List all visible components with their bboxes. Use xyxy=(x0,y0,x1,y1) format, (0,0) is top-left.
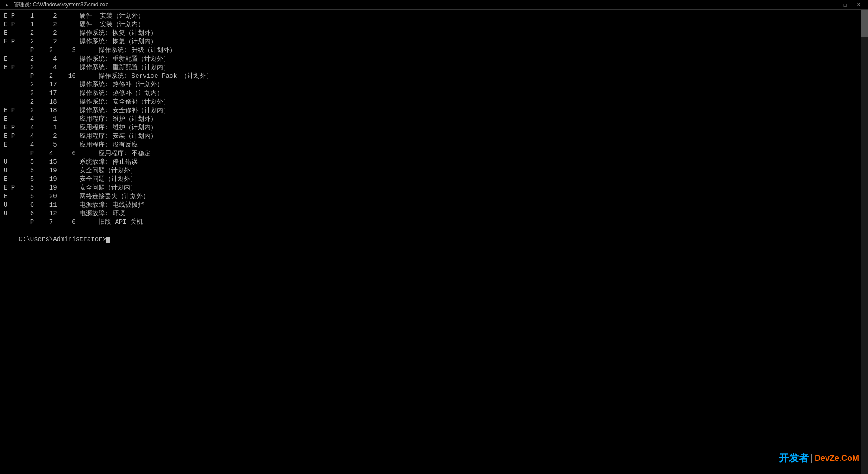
scrollbar-thumb[interactable] xyxy=(861,10,868,37)
terminal-line: E P 2 2 操作系统: 恢复（计划内） xyxy=(4,38,864,46)
terminal-line: 2 17 操作系统: 热修补（计划外） xyxy=(4,81,864,89)
terminal-line: U 5 19 安全问题（计划外） xyxy=(4,166,864,175)
watermark-text1: 开发者 xyxy=(779,451,809,465)
terminal-line: E 2 4 操作系统: 重新配置（计划外） xyxy=(4,55,864,63)
terminal-line: P 4 6 应用程序: 不稳定 xyxy=(4,149,864,158)
terminal-body[interactable]: E P 1 2 硬件: 安装（计划外）E P 1 2 硬件: 安装（计划内）E … xyxy=(0,10,868,474)
terminal-line: E P 4 2 应用程序: 安装（计划内） xyxy=(4,132,864,141)
scrollbar[interactable] xyxy=(861,10,868,474)
terminal-line: E P 4 1 应用程序: 维护（计划内） xyxy=(4,123,864,132)
watermark: 开发者 | DevZe.CoM xyxy=(779,451,859,465)
prompt-text: C:\Users\Administrator> xyxy=(19,236,106,243)
title-bar-controls: ─ □ ✕ xyxy=(826,1,864,9)
terminal-line: U 6 11 电源故障: 电线被拔掉 xyxy=(4,201,864,209)
terminal-line: U 5 15 系统故障: 停止错误 xyxy=(4,158,864,166)
terminal-line: E 2 2 操作系统: 恢复（计划外） xyxy=(4,29,864,38)
title-bar-text: 管理员: C:\Windows\system32\cmd.exe xyxy=(14,1,108,9)
terminal-line: E P 1 2 硬件: 安装（计划外） xyxy=(4,12,864,20)
watermark-divider: | xyxy=(809,453,815,464)
terminal-line: P 7 0 旧版 API 关机 xyxy=(4,218,864,227)
cursor xyxy=(106,237,110,243)
terminal-line: E 5 19 安全问题（计划外） xyxy=(4,175,864,184)
restore-button[interactable]: □ xyxy=(839,1,851,9)
terminal-line: E 4 1 应用程序: 维护（计划外） xyxy=(4,115,864,123)
terminal-output: E P 1 2 硬件: 安装（计划外）E P 1 2 硬件: 安装（计划内）E … xyxy=(4,12,864,227)
terminal-line: E P 2 4 操作系统: 重新配置（计划内） xyxy=(4,63,864,72)
terminal-line: E 5 20 网络连接丢失（计划外） xyxy=(4,192,864,201)
terminal-line: E 4 5 应用程序: 没有反应 xyxy=(4,141,864,149)
terminal-line: E P 2 18 操作系统: 安全修补（计划内） xyxy=(4,106,864,115)
close-button[interactable]: ✕ xyxy=(853,1,864,9)
terminal-line: 2 18 操作系统: 安全修补（计划外） xyxy=(4,98,864,106)
terminal-line: E P 5 19 安全问题（计划内） xyxy=(4,184,864,192)
watermark-text2: DevZe.CoM xyxy=(815,454,859,463)
prompt-line: C:\Users\Administrator> xyxy=(4,227,864,252)
title-bar-left: ▶ 管理员: C:\Windows\system32\cmd.exe xyxy=(4,1,108,9)
terminal-line: P 2 3 操作系统: 升级（计划外） xyxy=(4,46,864,55)
terminal-line: E P 1 2 硬件: 安装（计划内） xyxy=(4,20,864,29)
title-bar: ▶ 管理员: C:\Windows\system32\cmd.exe ─ □ ✕ xyxy=(0,0,868,10)
terminal-line: P 2 16 操作系统: Service Pack （计划外） xyxy=(4,72,864,81)
cmd-icon: ▶ xyxy=(4,1,11,9)
terminal-line: U 6 12 电源故障: 环境 xyxy=(4,209,864,218)
minimize-button[interactable]: ─ xyxy=(826,1,837,9)
terminal-line: 2 17 操作系统: 热修补（计划内） xyxy=(4,89,864,98)
